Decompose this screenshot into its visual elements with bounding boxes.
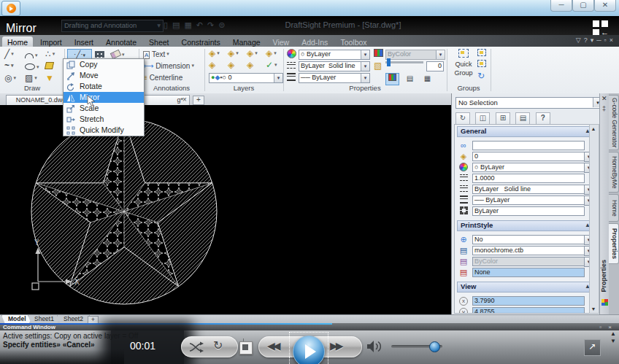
cmd-close-icon[interactable]: ×	[608, 324, 612, 330]
transparency-value[interactable]: 0	[426, 61, 444, 71]
plot-color-combo[interactable]: ByColor▾	[385, 50, 445, 60]
lineweight-field[interactable]: ── ByLayer▾	[472, 195, 585, 205]
side-tab-properties[interactable]: Properties	[609, 223, 619, 264]
circle-tool-button[interactable]: ◎▾	[4, 74, 16, 82]
hatch-tool-button[interactable]: ▨▾	[25, 74, 37, 82]
layer-off-button[interactable]: ◈	[209, 61, 215, 69]
command-window-header[interactable]: Command Window ▫ ×	[0, 323, 619, 330]
line-tool-button[interactable]: ╱▾	[4, 50, 14, 58]
tab-home[interactable]: Home	[2, 36, 33, 47]
printstyle-table-field[interactable]: monochrome.ctb▾	[472, 246, 585, 255]
repeat-icon[interactable]: ↻	[213, 338, 223, 352]
layer-freeze-button[interactable]: ◈▾	[228, 49, 239, 58]
fast-forward-button[interactable]: ▶▶	[330, 340, 342, 352]
tab-addins[interactable]: Add-Ins	[296, 36, 333, 47]
cmd-restore-icon[interactable]: ▫	[599, 324, 601, 330]
tab-insert[interactable]: Insert	[69, 36, 99, 47]
layer-combo[interactable]: ●◆▪○ 0▾	[209, 73, 283, 83]
selection-combo[interactable]: No Selection▾	[455, 97, 603, 109]
close-button[interactable]: ✕	[594, 0, 616, 12]
layer-manager-button[interactable]: ◈▾	[209, 49, 220, 58]
point-tool-button[interactable]: ∴▾	[45, 50, 55, 58]
tab-constraints[interactable]: Constraints	[177, 36, 226, 47]
volume-icon[interactable]	[366, 339, 384, 354]
menu-item-move[interactable]: Move	[64, 70, 144, 81]
scale-field[interactable]: ByLayer	[472, 206, 585, 216]
video-layout-icon[interactable]: ←	[593, 20, 612, 36]
shuffle-icon[interactable]	[188, 341, 204, 353]
select-group-button[interactable]: ⊞	[496, 112, 510, 125]
centerline-tool-button[interactable]: ≡ Centerline	[143, 74, 182, 82]
layer-delete-button[interactable]: ◈	[247, 61, 253, 69]
menu-item-copy[interactable]: Copy	[64, 59, 144, 70]
workspace-combo[interactable]: Drafting and Annotation▾	[61, 20, 164, 32]
quick-group-button[interactable]: Quick Group	[451, 49, 476, 77]
maximize-button[interactable]: ▢	[572, 0, 594, 12]
spline-tool-button[interactable]: ~▾	[4, 61, 14, 70]
layer-field[interactable]: 0▾	[472, 152, 585, 161]
print-field[interactable]: No▾	[472, 235, 585, 244]
palette-close-icon[interactable]: ✕	[601, 95, 607, 102]
section-view[interactable]: View▲	[457, 282, 593, 293]
color-field[interactable]: ○ ByLayer▾	[472, 163, 585, 172]
help-button[interactable]: ?	[536, 112, 550, 125]
section-general[interactable]: General▲	[457, 126, 593, 137]
stop-button[interactable]	[239, 341, 253, 355]
layer-isolate-button[interactable]: ◈	[228, 61, 234, 69]
drawing-canvas[interactable]: Y X	[0, 105, 451, 314]
select-entities-button[interactable]: ◫	[475, 112, 490, 125]
menu-item-scale[interactable]: Scale	[64, 103, 144, 114]
wipeout-tool-button[interactable]: ▼	[45, 74, 54, 82]
tab-import[interactable]: Import	[35, 36, 67, 47]
linestyle-combo[interactable]: ByLayer Solid line▾	[299, 61, 370, 71]
hyperlink-field[interactable]	[472, 141, 585, 150]
play-button[interactable]	[293, 336, 325, 364]
printcolor-field[interactable]: ByColor▾	[472, 257, 585, 266]
customize-button[interactable]: ▤	[515, 112, 530, 125]
menu-item-stretch[interactable]: Stretch	[64, 114, 144, 125]
tab-toolbox[interactable]: Toolbox	[335, 36, 372, 47]
group-edit-button[interactable]	[477, 49, 486, 58]
doc-tab-close-icon[interactable]: ×	[182, 96, 187, 104]
tab-annotate[interactable]: Annotate	[101, 36, 142, 47]
side-scroll-arrows[interactable]: ▲▼	[610, 330, 616, 345]
ungroup-button[interactable]	[477, 60, 486, 69]
layer-lock-button[interactable]: ◈▾	[247, 49, 258, 58]
side-tab-gcode[interactable]: G-code Generator	[609, 95, 619, 150]
tab-view[interactable]: View	[268, 36, 295, 47]
minimize-button[interactable]: ─	[550, 0, 572, 12]
view-y-field[interactable]: 4.8755	[472, 307, 585, 314]
printstyle-field[interactable]: None	[472, 268, 585, 277]
side-tab-home[interactable]: Home	[609, 194, 619, 222]
volume-knob[interactable]	[429, 341, 440, 352]
group-options-button[interactable]: ↻	[477, 71, 485, 80]
palette-scrollbar[interactable]: ▲ ▼	[589, 124, 599, 314]
refresh-button[interactable]: ↻	[455, 112, 470, 125]
text-tool-button[interactable]: A Text▾	[143, 50, 169, 60]
polygon-tool-button[interactable]	[45, 62, 53, 71]
layer-apply-button[interactable]: ✓▾	[266, 61, 277, 69]
palette-pin-icon[interactable]: ‡	[602, 105, 606, 112]
window-mini-controls[interactable]: ▽?▾─▫×	[576, 36, 616, 44]
ellipse-tool-button[interactable]: ▾	[25, 63, 39, 71]
layer-state-button[interactable]: ◈▾	[266, 49, 277, 58]
color-combo[interactable]: ○ ByLayer▾	[299, 50, 370, 60]
scroll-down-icon[interactable]: ▼	[591, 306, 596, 312]
scroll-up-icon[interactable]: ▲	[591, 125, 596, 132]
fullscreen-button[interactable]: ↗	[584, 339, 601, 356]
dimension-tool-button[interactable]: ⟷ Dimension▾	[143, 61, 194, 71]
tab-sheet[interactable]: Sheet	[144, 36, 174, 47]
arc-tool-button[interactable]: ▾	[25, 51, 38, 60]
transparency-slider[interactable]	[385, 61, 423, 63]
doc-tab-add-button[interactable]: +	[193, 96, 204, 105]
menu-item-mirror[interactable]: Mirror	[64, 92, 144, 103]
linescale-field[interactable]: 1.0000	[472, 174, 585, 183]
tab-manage[interactable]: Manage	[228, 36, 266, 47]
view-x-field[interactable]: 3.7990	[472, 296, 585, 306]
menu-item-quick-modify[interactable]: Quick Modify	[64, 125, 144, 136]
side-tab-homebyme[interactable]: HomeByMe	[609, 152, 619, 193]
section-printstyle[interactable]: PrintStyle▲	[457, 220, 593, 231]
linestyle-field[interactable]: ByLayer Solid line▾	[472, 185, 585, 194]
rewind-button[interactable]: ◀◀	[267, 340, 279, 352]
lineweight-combo[interactable]: ── ByLayer▾	[299, 73, 370, 83]
